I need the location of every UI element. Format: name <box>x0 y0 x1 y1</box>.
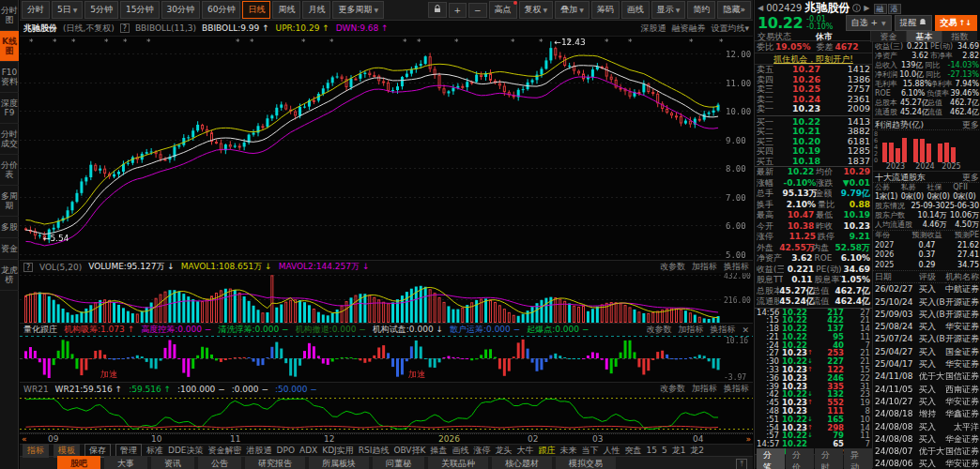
indbar-link-15[interactable]: 15 <box>646 446 656 455</box>
period-button-周线[interactable]: 周线 <box>272 1 300 19</box>
bottom-tab-关联品种[interactable]: 关联品种 <box>428 456 488 469</box>
tool-button-简约[interactable]: 简约 <box>687 1 715 19</box>
indbar-link-DPO[interactable]: DPO <box>277 446 295 455</box>
period-button-60分钟[interactable]: 60分钟 <box>202 1 240 19</box>
profit-more-link[interactable]: 更多 <box>962 119 979 130</box>
tick-tab-分价[interactable]: 分价 <box>786 448 814 469</box>
sidebar-item-分时成交[interactable]: 分时成交 <box>0 124 19 155</box>
tool-button-复权[interactable]: 复权▼ <box>519 1 554 19</box>
panel-action-改参数[interactable]: 改参数 <box>646 324 671 336</box>
indbar-link-突盘[interactable]: 突盘 <box>624 445 641 457</box>
help-icon[interactable]: ? <box>23 263 33 272</box>
panel-action-改参数[interactable]: 改参数 <box>660 383 685 395</box>
indbar-link-OBV择K[interactable]: OBV择K <box>393 445 425 457</box>
sidebar-item-龙虎榜[interactable]: 龙虎榜 <box>0 260 19 291</box>
tick-tab-分时[interactable]: 分时 <box>815 448 843 469</box>
bottom-tab-模拟交易[interactable]: 模拟交易 <box>556 456 616 469</box>
indbar-link-涨停[interactable]: 涨停 <box>473 445 490 457</box>
indbar-link-RSI趋线[interactable]: RSI趋线 <box>359 445 390 457</box>
indbar-link-资金解密[interactable]: 资金解密 <box>208 445 242 457</box>
period-button-日线[interactable]: 日线 <box>242 1 270 19</box>
header-link-融资融券[interactable]: 融资融券 <box>671 23 705 35</box>
main-candle-panel[interactable] <box>20 37 753 261</box>
indicator-name[interactable]: BBIBOLL(11,3) <box>135 23 196 33</box>
indbar-button-指标[interactable]: 指标 <box>23 444 49 458</box>
indbar-link-KDJ实用[interactable]: KDJ实用 <box>322 445 354 457</box>
bottom-tab-问董秘[interactable]: 问董秘 <box>373 456 424 469</box>
panel-action-加指标[interactable]: 加指标 <box>692 383 717 395</box>
period-button-15分钟[interactable]: 15分钟 <box>120 1 159 19</box>
period-button-分时[interactable]: 分时 <box>22 1 50 19</box>
panel-action-✕[interactable]: ✕ <box>742 325 749 335</box>
sidebar-item-K线图[interactable]: K线图 <box>0 31 19 62</box>
indbar-link-ADX[interactable]: ADX <box>299 446 317 455</box>
period-button-5分钟[interactable]: 5分钟 <box>84 1 118 19</box>
indbar-link-标准[interactable]: 标准 <box>146 445 163 457</box>
bottom-tab-资讯[interactable]: 资讯 <box>151 456 194 469</box>
sidebar-item-资金[interactable]: 资金 <box>0 238 19 260</box>
indbar-link-操盘[interactable]: 操盘 <box>430 445 447 457</box>
ratings-table[interactable]: 日期评级机构名称26/02/27买入中航证券25/10/24买入(Buy开源证券… <box>873 271 980 468</box>
bottom-tab-研究报告[interactable]: 研究报告 <box>245 456 305 469</box>
period-button-更多周期[interactable]: 更多周期▼ <box>332 1 384 19</box>
indbar-link-当下[interactable]: 当下 <box>581 445 598 457</box>
indbar-link-港股通[interactable]: 港股通 <box>247 445 272 457</box>
sidebar-item-深度F9[interactable]: 深度F9 <box>0 93 19 124</box>
prev-stock-icon[interactable]: ◀ <box>758 4 763 12</box>
header-link-深股通[interactable]: 深股通 <box>640 23 666 35</box>
bottom-tab-大事[interactable]: 大事 <box>104 456 147 469</box>
holders-more-link[interactable]: 更多 <box>962 172 979 183</box>
tool-button-高点[interactable]: 高点 <box>489 1 517 19</box>
indbar-link-龙1[interactable]: 龙1 <box>672 445 686 457</box>
scroll-right-icon[interactable]: » <box>745 434 751 444</box>
sidebar-item-多周期[interactable]: 多周期 <box>0 186 19 217</box>
indbar-link-跟庄[interactable]: 跟庄 <box>538 445 555 457</box>
tool-button-隐藏»[interactable]: 隐藏» <box>717 1 751 19</box>
lock-icon[interactable] <box>428 2 447 18</box>
info-icon[interactable]: i <box>852 4 861 12</box>
sidebar-item-分价表[interactable]: 分价表 <box>0 155 19 186</box>
tick-list[interactable]: 14:5610.2221727:1510.2242221:1810.221371… <box>755 308 872 455</box>
period-button-30分钟[interactable]: 30分钟 <box>161 1 200 19</box>
period-button-月线[interactable]: 月线 <box>302 1 330 19</box>
panel-action-加指标[interactable]: 加指标 <box>678 324 703 336</box>
sidebar-item-F10资料[interactable]: F10资料 <box>0 62 19 93</box>
indbar-link-DDE决策[interactable]: DDE决策 <box>168 445 204 457</box>
next-stock-icon[interactable]: ▶ <box>864 4 869 12</box>
export-icon[interactable]: ⤒ <box>736 459 747 469</box>
bottom-tab-所属板块[interactable]: 所属板块 <box>309 456 369 469</box>
panel-action-换指标[interactable]: 换指标 <box>724 261 749 273</box>
indbar-link-龙头[interactable]: 龙头 <box>495 445 512 457</box>
bottom-tab-核心题材[interactable]: 核心题材 <box>492 456 552 469</box>
indicator1-panel[interactable]: 量化跟庄机构吸筹:1.073 ↑高度控筹:0.000 −清洗浮筹:0.000 −… <box>20 324 753 383</box>
header-link-设置均线▾[interactable]: 设置均线▾ <box>711 23 749 35</box>
indbar-link-画线[interactable]: 画线 <box>452 445 468 457</box>
indbar-link-未来[interactable]: 未来 <box>559 445 576 457</box>
volume-panel[interactable]: ?VOL(5,20)VOLUME:95.127万 ↓MAVOL1:108.651… <box>20 261 753 324</box>
tick-tab-异动[interactable]: 异动 <box>844 448 872 469</box>
indbar-link-5[interactable]: 5 <box>662 446 667 455</box>
button-交易[interactable]: 交易↑↓ <box>935 15 977 31</box>
bottom-tab-股吧[interactable]: 股吧 <box>57 456 100 469</box>
tick-tab-分笔[interactable]: 分笔 <box>757 448 785 469</box>
tool-button-−[interactable]: − <box>468 3 487 18</box>
indbar-link-大牛[interactable]: 大牛 <box>516 445 533 457</box>
panel-action-改参数[interactable]: 改参数 <box>660 261 685 273</box>
tool-button-叠加[interactable]: 叠加▼ <box>555 1 590 19</box>
tool-button-画线[interactable]: 画线 <box>621 1 650 19</box>
indbar-link-人性[interactable]: 人性 <box>603 445 620 457</box>
button-提醒[interactable]: 提醒 <box>895 15 932 31</box>
panel-action-换指标[interactable]: 换指标 <box>724 383 749 395</box>
sidebar-item-多股[interactable]: 多股 <box>0 217 19 238</box>
panel-action-加指标[interactable]: 加指标 <box>692 261 717 273</box>
period-button-5日[interactable]: 5日▼ <box>52 1 83 19</box>
button-自选 +[interactable]: 自选 +▼ <box>846 15 892 31</box>
tool-button-筹码[interactable]: 筹码 <box>591 1 620 19</box>
indbar-link-龙2[interactable]: 龙2 <box>690 445 704 457</box>
panel-action-换指标[interactable]: 换指标 <box>710 324 735 336</box>
sidebar-item-分时图[interactable]: 分时图 <box>0 0 19 31</box>
help-icon[interactable]: ? <box>120 23 130 33</box>
tool-button-显示[interactable]: 显示▼ <box>651 1 686 19</box>
scroll-left-icon[interactable]: « <box>22 434 27 444</box>
wr-panel[interactable]: WR21WR21:59.516 ↑:59.516 ↑:100.000 −:0.0… <box>20 383 753 433</box>
